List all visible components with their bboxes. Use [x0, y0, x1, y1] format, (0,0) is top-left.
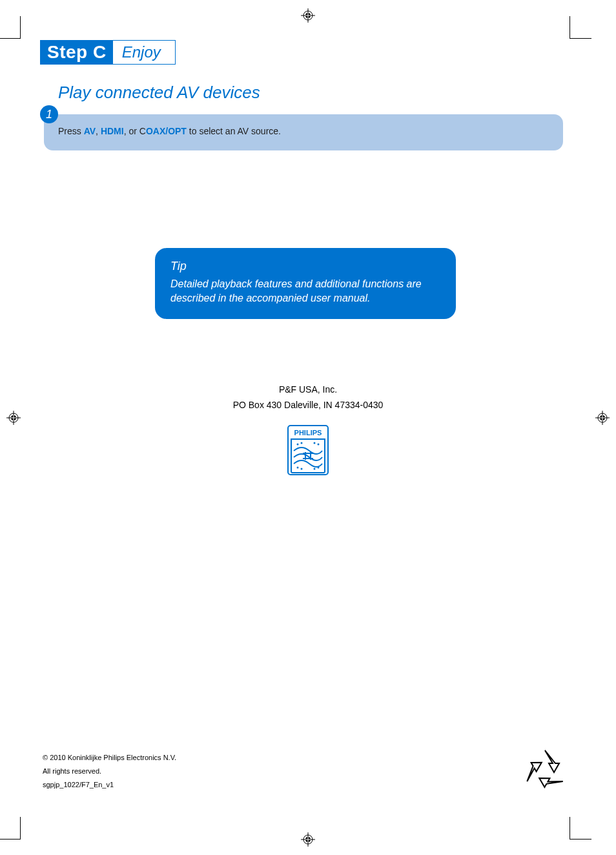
tip-body: Detailed playback features and additiona… — [170, 277, 440, 305]
registration-mark-icon — [595, 411, 610, 425]
svg-point-32 — [314, 468, 316, 470]
text: , or C — [124, 126, 146, 136]
button-label-av: AV — [84, 126, 96, 136]
recycle-icon — [522, 747, 568, 796]
svg-point-28 — [314, 442, 316, 444]
svg-point-27 — [318, 444, 320, 446]
registration-mark-icon — [301, 8, 315, 23]
step-label: Step C — [41, 41, 113, 64]
button-label-hdmi: HDMI — [101, 126, 124, 136]
philips-logo: PHILIPS — [40, 425, 576, 475]
company-info: P&F USA, Inc. PO Box 430 Daleville, IN 4… — [40, 382, 576, 413]
doc-id: sgpjp_1022/F7_En_v1 — [43, 778, 176, 792]
svg-point-30 — [301, 468, 303, 470]
company-name: P&F USA, Inc. — [40, 382, 576, 398]
svg-point-26 — [301, 442, 303, 444]
company-address: PO Box 430 Daleville, IN 47334-0430 — [40, 398, 576, 413]
svg-point-31 — [318, 467, 320, 469]
instruction-text: Press AV, HDMI, or COAX/OPT to select an… — [44, 114, 563, 150]
step-number-badge: 1 — [40, 105, 58, 123]
section-title: Play connected AV devices — [58, 83, 576, 103]
step-action: Enjoy — [113, 41, 170, 64]
footer: © 2010 Koninklijke Philips Electronics N… — [43, 751, 176, 792]
registration-mark-icon — [6, 411, 21, 425]
instruction-step: 1 Press AV, HDMI, or COAX/OPT to select … — [44, 114, 563, 150]
text: Press — [58, 126, 84, 136]
rights: All rights reserved. — [43, 765, 176, 778]
copyright: © 2010 Koninklijke Philips Electronics N… — [43, 751, 176, 765]
registration-mark-icon — [301, 832, 315, 847]
text: , — [96, 126, 101, 136]
tip-title: Tip — [170, 260, 440, 273]
button-label-coax-opt: OAX/OPT — [146, 126, 187, 136]
logo-text: PHILIPS — [294, 429, 322, 437]
step-header: Step C Enjoy — [40, 40, 176, 65]
tip-box: Tip Detailed playback features and addit… — [155, 248, 456, 319]
svg-point-25 — [297, 444, 299, 446]
text: to select an AV source. — [187, 126, 281, 136]
svg-point-29 — [297, 467, 299, 469]
